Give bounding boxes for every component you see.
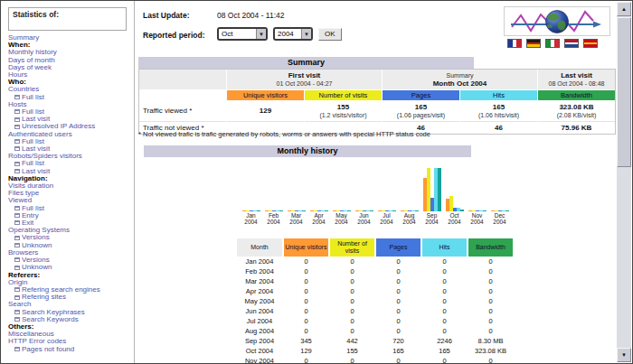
chart-month-label: Apr2004 [312,212,325,225]
monthly-cell: 0 [468,276,513,286]
sidebar-menu: SummaryWhen:Monthly historyDays of month… [8,34,132,353]
monthly-cell: Nov 2004 [237,356,282,364]
bar-bandwidth [505,210,509,211]
first-visit-cell: First visit 01 Oct 2004 - 04:27 [227,70,382,89]
monthly-cell: 0 [468,257,513,266]
list-icon [14,213,20,218]
vertical-scrollbar[interactable]: ▲ ▼ [617,2,631,362]
monthly-col-header-pages: Pages [376,238,420,257]
first-visit-value: 01 Oct 2004 - 04:27 [277,79,333,88]
monthly-cell: 0 [422,306,467,316]
monthly-cell: Aug 2004 [237,326,282,336]
monthly-cell: 0 [330,306,374,316]
monthly-cell: 0 [422,266,467,276]
monthly-cell: 0 [330,286,374,296]
chart-bars [445,161,465,211]
chart-month-label: Jan2004 [244,212,257,225]
chart-bars [354,161,374,211]
col-header-pages: Pages [383,90,459,100]
list-icon [14,266,20,270]
list-icon [14,146,20,151]
monthly-cell: 0 [284,266,328,276]
traffic-viewed-hits: 165(1.06 hits/visit) [460,101,537,120]
last-visit-label: Last visit [561,71,592,79]
month-select[interactable]: Oct ▼ [217,27,268,41]
list-icon [14,95,20,99]
list-icon [14,169,20,173]
bar-bandwidth [460,210,464,211]
table-row-mar-2004: Mar 200400000 [237,276,515,286]
table-row-sep-2004: Sep 200434544272022468.30 MB [237,336,515,346]
scrollbar-thumb[interactable] [617,17,631,167]
traffic-viewed-unique: 129 [227,101,304,120]
chart-month-group-mar-2004: Mar2004 [285,161,307,225]
monthly-cell: 0 [376,306,420,316]
flag-stripe [554,40,559,47]
germany-flag[interactable] [526,39,541,48]
monthly-cell: 0 [376,326,420,336]
table-row-jan-2004: Jan 200400000 [237,257,515,266]
monthly-cell: Feb 2004 [237,266,282,276]
bar-bandwidth [438,168,441,211]
month-select-value: Oct [219,30,256,38]
awstats-globe-logo [504,6,610,36]
list-icon [14,317,20,322]
table-row-may-2004: May 200400000 [237,296,515,306]
sidebar-item-full-list[interactable]: Full list [8,94,132,101]
monthly-cell: 0 [330,276,374,286]
chart-month-label: Mar2004 [289,212,302,225]
bar-bandwidth [370,210,373,211]
awstats-page: Statistics of: SummaryWhen:Monthly histo… [0,0,633,364]
chart-bars [309,161,329,211]
scroll-up-icon[interactable]: ▲ [617,2,631,16]
monthly-cell: 0 [422,326,467,336]
chart-bars [400,161,420,211]
year-select[interactable]: 2004 ▼ [273,27,313,41]
monthly-cell: 0 [284,286,328,296]
chart-month-group-jan-2004: Jan2004 [240,161,262,225]
bar-bandwidth [415,210,419,211]
monthly-cell: Jun 2004 [237,306,282,316]
monthly-cell: 0 [330,266,374,276]
monthly-cell: 165 [376,346,420,356]
statistics-of-label: Statistics of: [13,10,122,19]
list-icon [14,109,20,114]
monthly-cell: Sep 2004 [237,336,282,346]
awstats-logo [504,6,610,48]
monthly-col-header-number-of-visits: Number of visits [330,238,374,257]
chart-month-label: Oct2004 [448,212,460,225]
ok-button[interactable]: OK [318,28,342,41]
netherlands-flag[interactable] [564,39,579,48]
list-icon [14,162,20,166]
sidebar-item-pages-not-found[interactable]: Pages not found [8,346,132,353]
table-row-jul-2004: Jul 200400000 [237,316,515,326]
monthly-cell: 129 [284,346,328,356]
chart-month-group-aug-2004: Aug2004 [398,161,420,225]
monthly-table-header-row: MonthUnique visitorsNumber of visitsPage… [237,238,515,257]
reported-period-label: Reported period: [143,31,204,40]
monthly-cell: Jul 2004 [237,316,282,326]
list-icon [14,117,20,122]
monthly-col-header-hits: Hits [422,238,467,257]
summary-table: First visit 01 Oct 2004 - 04:27 Summary … [138,69,616,135]
chart-month-label: Jun2004 [357,212,370,225]
monthly-history-section-title: Monthly history [144,145,471,157]
monthly-cell: 2246 [422,336,467,346]
monthly-cell: 0 [422,257,467,266]
monthly-cell: 0 [422,286,467,296]
monthly-cell: 0 [422,276,467,286]
table-row-aug-2004: Aug 200400000 [237,326,515,336]
monthly-cell: 0 [422,316,467,326]
italy-flag[interactable] [545,39,560,48]
sidebar-item-hours[interactable]: Hours [8,71,132,79]
scroll-down-icon[interactable]: ▼ [617,348,631,362]
france-flag[interactable] [507,39,522,48]
main-content: Last Update: 08 Oct 2004 - 11:42 Reporte… [136,2,616,363]
chart-bars [422,161,442,211]
monthly-cell: 8.30 MB [468,336,513,346]
flag-stripe [527,44,540,47]
spain-flag[interactable] [583,39,598,48]
monthly-cell: 0 [330,326,374,336]
chart-bars [241,161,261,211]
last-visit-value: 08 Oct 2004 - 08:48 [549,79,605,88]
